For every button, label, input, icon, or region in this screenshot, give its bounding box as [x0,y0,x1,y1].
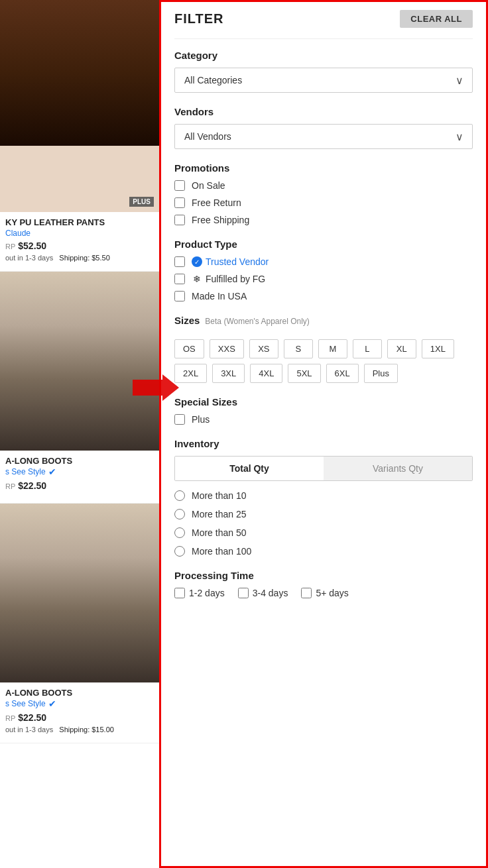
fulfilled-fg-label: ❄ Fulfilled by FG [192,274,265,284]
product-info-boots1: A-LONG BOOTS s See Style ✔ RP $22.50 [0,451,159,496]
svg-marker-0 [133,374,179,401]
size-m[interactable]: M [318,339,347,358]
tab-variants-qty[interactable]: Variants Qty [324,457,472,480]
inventory-title: Inventory [174,438,473,449]
processing-1-2-checkbox[interactable] [174,588,185,598]
processing-5-plus-label: 5+ days [316,588,348,598]
product-badge: PLUS [129,197,154,207]
product-item-boots2: A-LONG BOOTS s See Style ✔ RP $22.50 out… [0,504,159,743]
promo-free-shipping: Free Shipping [174,215,473,225]
filter-title: FILTER [174,11,224,27]
processing-3-4-checkbox[interactable] [238,588,249,598]
radio-more-10[interactable] [174,490,185,501]
product-list: PLUS KY PU LEATHER PANTS Claude RP $52.5… [0,0,159,868]
size-plus[interactable]: Plus [364,364,398,383]
radio-more-100-label: More than 100 [192,546,251,557]
size-2xl[interactable]: 2XL [174,364,207,383]
special-sizes-title: Special Sizes [174,396,473,407]
product-price: $52.50 [18,241,46,251]
type-fulfilled-fg: ❄ Fulfilled by FG [174,274,473,284]
filter-section-product-type: Product Type ✓ Trusted Vendor ❄ Fulfille… [174,239,473,301]
free-return-label: Free Return [192,197,241,208]
radio-more-10-label: More than 10 [192,490,247,501]
product-price-row: RP $52.50 [5,241,154,251]
product-name-boots1: A-LONG BOOTS [5,456,154,466]
made-in-usa-label: Made In USA [192,291,247,301]
size-xl[interactable]: XL [387,339,416,358]
sizes-beta: Beta (Women's Apparel Only) [205,317,309,326]
product-image-boots1 [0,272,159,451]
processing-row: 1-2 days 3-4 days 5+ days [174,588,473,598]
processing-3-4-days: 3-4 days [238,588,288,598]
processing-time-title: Processing Time [174,570,473,581]
on-sale-checkbox[interactable] [174,180,185,191]
boots-visual-1 [0,272,159,451]
inventory-more-50: More than 50 [174,527,473,538]
inventory-tabs: Total Qty Variants Qty [174,456,473,481]
special-plus: Plus [174,414,473,425]
product-shipping-boots2: out in 1-3 days Shipping: $15.00 [5,726,154,733]
vendor-badge-icon: ✔ [48,466,56,477]
price-label-boots2: RP [5,714,15,722]
processing-3-4-label: 3-4 days [253,588,288,598]
made-in-usa-checkbox[interactable] [174,291,185,301]
inventory-more-10: More than 10 [174,490,473,501]
vendors-select[interactable]: All Vendors [174,124,473,149]
processing-5-plus-checkbox[interactable] [301,588,312,598]
type-trusted-vendor: ✓ Trusted Vendor [174,256,473,267]
trusted-vendor-checkbox[interactable] [174,256,185,267]
on-sale-label: On Sale [192,180,225,191]
special-plus-checkbox[interactable] [174,414,185,425]
size-5xl[interactable]: 5XL [288,364,320,383]
fulfilled-fg-checkbox[interactable] [174,274,185,284]
radio-more-25-label: More than 25 [192,509,247,519]
category-title: Category [174,50,473,61]
product-shipping: out in 1-3 days Shipping: $5.50 [5,254,154,262]
product-vendor-boots2[interactable]: s See Style [5,699,46,708]
size-xxs[interactable]: XXS [210,339,244,358]
filter-section-vendors: Vendors All Vendors [174,106,473,149]
product-image: PLUS [0,0,159,212]
clear-all-button[interactable]: CLEAR ALL [400,10,473,28]
processing-1-2-label: 1-2 days [189,588,225,598]
free-return-checkbox[interactable] [174,197,185,208]
radio-more-50[interactable] [174,527,185,538]
filter-header: FILTER CLEAR ALL [174,2,473,39]
promo-free-return: Free Return [174,197,473,208]
size-os[interactable]: OS [174,339,204,358]
size-1xl[interactable]: 1XL [422,339,454,358]
category-select[interactable]: All Categories [174,68,473,93]
tab-total-qty[interactable]: Total Qty [175,457,324,480]
snowflake-icon: ❄ [192,274,202,284]
filter-section-promotions: Promotions On Sale Free Return Free Ship… [174,162,473,225]
product-vendor-boots1[interactable]: s See Style [5,467,46,476]
pants-visual [0,0,159,146]
product-vendor[interactable]: Claude [5,229,154,238]
size-l[interactable]: L [353,339,382,358]
processing-5-plus-days: 5+ days [301,588,348,598]
filter-section-processing-time: Processing Time 1-2 days 3-4 days 5+ day… [174,570,473,598]
product-price-row-boots1: RP $22.50 [5,480,154,491]
vendors-title: Vendors [174,106,473,117]
size-s[interactable]: S [284,339,313,358]
special-plus-label: Plus [192,414,210,425]
trusted-badge-icon: ✓ [192,256,202,267]
sizes-grid: OS XXS XS S M L XL 1XL 2XL 3XL 4XL 5XL 6… [174,339,473,383]
sizes-title: Sizes [174,315,200,326]
radio-more-25[interactable] [174,509,185,519]
vendors-select-wrapper: All Vendors [174,124,473,149]
size-6xl[interactable]: 6XL [326,364,359,383]
price-label-boots1: RP [5,482,15,490]
promo-on-sale: On Sale [174,180,473,191]
product-item: PLUS KY PU LEATHER PANTS Claude RP $52.5… [0,0,159,272]
filter-section-special-sizes: Special Sizes Plus [174,396,473,425]
size-4xl[interactable]: 4XL [250,364,282,383]
size-xs[interactable]: XS [249,339,278,358]
arrow-svg [126,374,179,401]
product-type-title: Product Type [174,239,473,250]
size-3xl[interactable]: 3XL [212,364,245,383]
radio-more-50-label: More than 50 [192,527,247,538]
free-shipping-checkbox[interactable] [174,215,185,225]
radio-more-100[interactable] [174,546,185,557]
product-info: KY PU LEATHER PANTS Claude RP $52.50 out… [0,212,159,264]
